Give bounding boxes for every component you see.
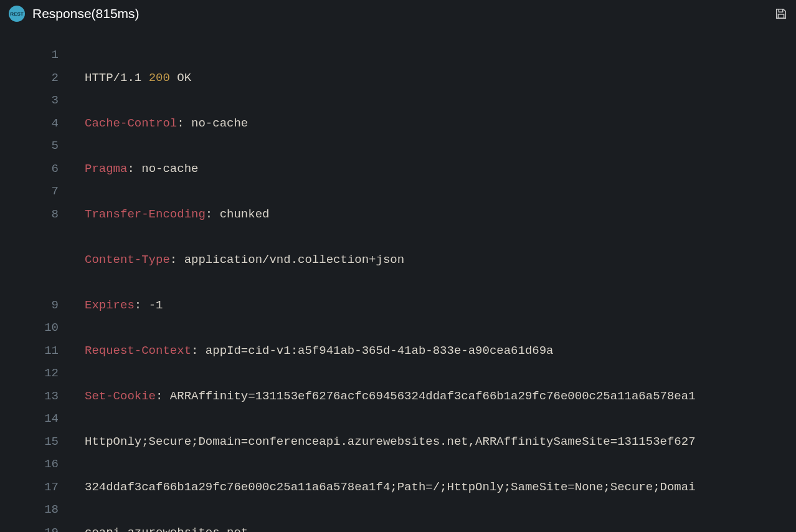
line-number: 1 [0, 44, 73, 67]
line-number: 3 [0, 89, 73, 112]
http-status-code: 200 [149, 71, 170, 85]
line-number: 4 [0, 112, 73, 135]
code-line: Request-Context: appId=cid-v1:a5f941ab-3… [85, 340, 796, 363]
code-line: Transfer-Encoding: chunked [85, 203, 796, 226]
http-protocol: HTTP/1.1 [85, 71, 149, 85]
line-number [0, 271, 73, 294]
header-name: Set-Cookie [85, 389, 156, 403]
header-value: : no-cache [127, 162, 198, 176]
title-actions [771, 4, 791, 24]
line-number [0, 249, 73, 272]
rest-client-icon: REST [9, 6, 25, 22]
response-panel: REST Response(815ms) 1 2 3 4 5 6 7 8 [0, 0, 796, 532]
code-line: 324ddaf3caf66b1a29fc76e000c25a11a6a578ea… [85, 476, 796, 499]
line-number [0, 226, 73, 249]
code-line: Content-Type: application/vnd.collection… [85, 249, 796, 272]
code-editor[interactable]: 1 2 3 4 5 6 7 8 9 10 11 12 13 14 15 16 1… [0, 29, 796, 532]
header-name: Expires [85, 298, 135, 312]
header-value: : no-cache [177, 116, 248, 130]
line-number: 8 [0, 203, 73, 226]
line-number: 13 [0, 385, 73, 408]
panel-title: Response(815ms) [32, 6, 140, 21]
code-line: HttpOnly;Secure;Domain=conferenceapi.azu… [85, 430, 796, 454]
line-number: 16 [0, 453, 73, 476]
code-line: HTTP/1.1 200 OK [85, 67, 796, 90]
header-value-wrap: HttpOnly;Secure;Domain=conferenceapi.azu… [85, 435, 696, 449]
code-line: Expires: -1 [85, 294, 796, 317]
header-value-wrap: 324ddaf3caf66b1a29fc76e000c25a11a6a578ea… [85, 480, 696, 494]
line-number: 9 [0, 294, 73, 317]
code-line: Cache-Control: no-cache [85, 112, 796, 135]
line-number: 5 [0, 135, 73, 158]
code-line: ceapi.azurewebsites.net [85, 521, 796, 533]
title-bar: REST Response(815ms) [0, 0, 796, 29]
header-value: : appId=cid-v1:a5f941ab-365d-41ab-833e-a… [191, 344, 554, 358]
header-name: Content-Type [85, 253, 170, 267]
line-number: 7 [0, 180, 73, 203]
title-timing: (815ms) [92, 6, 140, 21]
line-number: 15 [0, 430, 73, 454]
header-value: : application/vnd.collection+json [170, 253, 404, 267]
header-value-wrap: ceapi.azurewebsites.net [85, 526, 248, 533]
title-prefix: Response [32, 6, 92, 21]
header-name: Transfer-Encoding [85, 207, 206, 221]
header-name: Pragma [85, 162, 127, 176]
line-number: 12 [0, 362, 73, 385]
header-value: : ARRAffinity=131153ef6276acfc69456324dd… [156, 389, 696, 403]
line-number: 18 [0, 498, 73, 521]
line-number: 14 [0, 407, 73, 430]
line-number: 17 [0, 476, 73, 499]
header-value: : chunked [206, 207, 270, 221]
code-line: Pragma: no-cache [85, 158, 796, 181]
header-name: Request-Context [85, 344, 191, 358]
line-number: 6 [0, 158, 73, 181]
line-gutter: 1 2 3 4 5 6 7 8 9 10 11 12 13 14 15 16 1… [0, 44, 73, 532]
line-number: 2 [0, 67, 73, 90]
http-status-text: OK [170, 71, 191, 85]
code-line: Set-Cookie: ARRAffinity=131153ef6276acfc… [85, 385, 796, 408]
header-value: : -1 [135, 298, 163, 312]
save-icon[interactable] [771, 4, 791, 24]
line-number: 19 [0, 521, 73, 533]
header-name: Cache-Control [85, 116, 177, 130]
svg-rect-0 [778, 14, 784, 18]
line-number: 11 [0, 340, 73, 363]
code-content[interactable]: HTTP/1.1 200 OK Cache-Control: no-cache … [73, 44, 796, 532]
line-number: 10 [0, 316, 73, 340]
